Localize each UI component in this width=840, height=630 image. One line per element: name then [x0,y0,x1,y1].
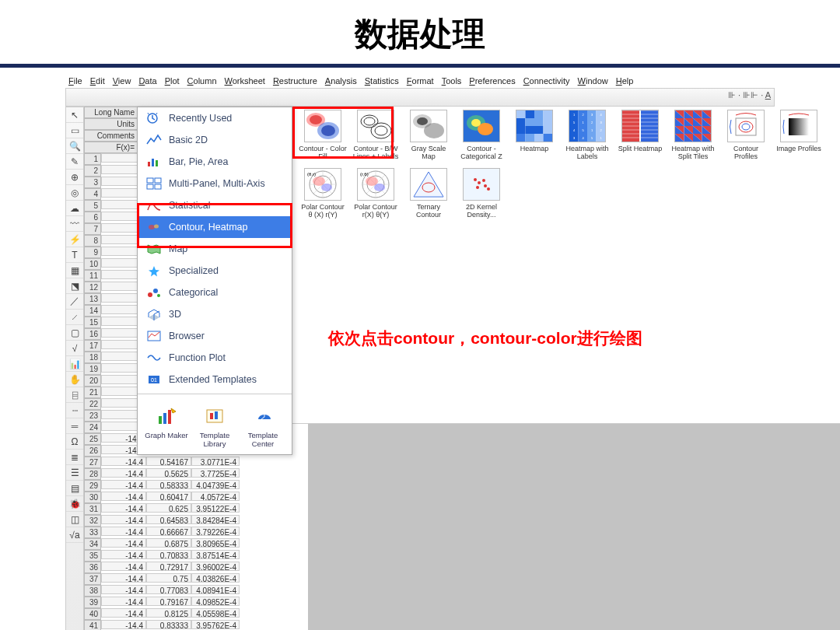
row-number[interactable]: 13 [84,293,101,305]
row-number[interactable]: 2 [84,165,101,177]
cell[interactable]: 4.04739E-4 [191,480,240,489]
gallery-item-grayscale[interactable]: Gray Scale Map [404,110,453,160]
row-number[interactable]: 20 [84,375,101,387]
cell[interactable]: 0.72917 [146,562,191,571]
cell[interactable]: 0.54167 [146,457,191,466]
cell[interactable]: 0.625 [146,503,191,513]
plot-bottom-template-center[interactable]: Template Center [241,404,285,448]
row-number[interactable]: 32 [84,515,101,527]
row-number[interactable]: 22 [84,398,101,410]
plot-category-fn[interactable]: Function Plot [138,347,292,369]
cell[interactable]: 0.79167 [146,597,191,606]
row-number[interactable]: 31 [84,503,101,515]
row-number[interactable]: 17 [84,340,101,352]
plot-category-clock[interactable]: Recently Used [138,107,292,129]
gallery-item-polar1[interactable]: (θ,r)Polar Contour θ (X) r(Y) [299,168,347,219]
hbar-tool-icon[interactable]: ▤ [66,481,83,496]
cell[interactable]: 0.66667 [146,527,191,536]
row-number[interactable]: 9 [84,247,101,258]
cell[interactable]: 3.0771E-4 [191,457,240,466]
menu-file[interactable]: File [65,75,86,86]
T-tool-icon[interactable]: T [66,247,83,263]
cell[interactable]: 3.7725E-4 [191,468,240,478]
row-number[interactable]: 5 [84,200,101,212]
plot-category-panel[interactable]: Multi-Panel, Multi-Axis [138,173,292,194]
cell[interactable]: -14.4 [101,620,146,629]
cell[interactable]: -14.4 [101,480,146,489]
row-number[interactable]: 23 [84,410,101,422]
cell[interactable]: 0.6875 [146,538,191,548]
cell[interactable]: -14.4 [101,503,146,513]
cell[interactable]: 0.64583 [146,515,191,524]
rect-tool-icon[interactable]: ▭ [66,123,83,138]
cell[interactable]: 4.09852E-4 [191,597,240,606]
row-number[interactable]: 19 [84,363,101,375]
cell[interactable]: 0.75 [146,573,191,583]
plot-category-map[interactable]: Map [138,238,292,260]
toolbar-right-controls[interactable]: ⊪ · ⊪⊩ · A [728,90,771,100]
dline-tool-icon[interactable]: ⟋ [66,310,83,325]
line-tool-icon[interactable]: ／ [66,294,83,310]
row-number[interactable]: 36 [84,562,101,573]
cyl-tool-icon[interactable]: ⌸ [66,387,83,403]
dash-tool-icon[interactable]: ┄ [66,403,83,418]
row-number[interactable]: 6 [84,212,101,223]
menu-edit[interactable]: Edit [87,75,108,86]
plot-category-contour[interactable]: Contour, Heatmap [138,216,292,238]
row-number[interactable]: 24 [84,422,101,433]
row-number[interactable]: 12 [84,282,101,293]
row-number[interactable]: 18 [84,352,101,363]
cell[interactable]: -14.4 [101,562,146,571]
row-number[interactable]: 7 [84,223,101,235]
dbl-tool-icon[interactable]: ═ [66,418,83,434]
cell[interactable]: 4.08941E-4 [191,585,240,594]
gallery-item-kernel[interactable]: 2D Kernel Density... [457,168,506,219]
menu-connectivity[interactable]: Connectivity [520,75,573,86]
cell[interactable]: -14.4 [101,457,146,466]
cell[interactable]: -14.4 [101,538,146,548]
cell[interactable]: 3.79226E-4 [191,527,240,536]
rows-tool-icon[interactable]: ☰ [66,465,83,481]
gallery-item-heatmaplbl[interactable]: 1234512345123451Heatmap with Labels [563,110,611,160]
cell[interactable]: 0.58333 [146,480,191,489]
cell[interactable]: 3.95762E-4 [191,620,240,629]
cell[interactable]: 4.0572E-4 [191,492,240,501]
menu-analysis[interactable]: Analysis [322,75,360,86]
row-number[interactable]: 4 [84,188,101,200]
menu-statistics[interactable]: Statistics [362,75,402,86]
gallery-item-colorfill[interactable]: Contour - Color Fill [299,110,347,160]
sq-tool-icon[interactable]: √a [66,527,83,543]
plot-bottom-graph-maker[interactable]: Graph Maker [145,404,188,448]
arrow-tool-icon[interactable]: ↖ [66,107,83,123]
menu-worksheet[interactable]: Worksheet [222,75,268,86]
menu-format[interactable]: Format [404,75,437,86]
text-tool-icon[interactable]: ✎ [66,154,83,170]
row-number[interactable]: 30 [84,492,101,503]
chart-tool-icon[interactable]: 📊 [66,356,83,372]
grid-tool-icon[interactable]: ▦ [66,263,83,278]
row-number[interactable]: 34 [84,538,101,550]
row-number[interactable]: 39 [84,597,101,608]
cell[interactable]: -14.4 [101,515,146,524]
top-toolbar[interactable]: ⊪ · ⊪⊩ · A [65,88,775,107]
gallery-item-cprof[interactable]: Contour Profiles [722,110,770,160]
plot-category-cat[interactable]: Categorical [138,282,292,303]
gallery-item-heatmap[interactable]: Heatmap [510,110,558,160]
cube-tool-icon[interactable]: ◫ [66,512,83,527]
menu-column[interactable]: Column [184,75,220,86]
gallery-item-bwlines[interactable]: Contour - B/W Lines + Labels [352,110,400,160]
row-number[interactable]: 1 [84,153,101,165]
gallery-item-splitheat[interactable]: Split Heatmap [616,110,664,160]
bolt-tool-icon[interactable]: ⚡ [66,232,83,247]
zoom-tool-icon[interactable]: 🔍 [66,138,83,154]
menu-restructure[interactable]: Restructure [270,75,320,86]
row-number[interactable]: 21 [84,387,101,398]
cell[interactable]: -14.4 [101,608,146,618]
row-number[interactable]: 38 [84,585,101,597]
plot-category-browser[interactable]: Browser [138,325,292,347]
row-number[interactable]: 15 [84,317,101,328]
cell[interactable]: -14.4 [101,468,146,478]
cell[interactable]: 3.84284E-4 [191,515,240,524]
diag-tool-icon[interactable]: ⬔ [66,278,83,294]
gallery-item-iprof[interactable]: Image Profiles [775,110,823,160]
